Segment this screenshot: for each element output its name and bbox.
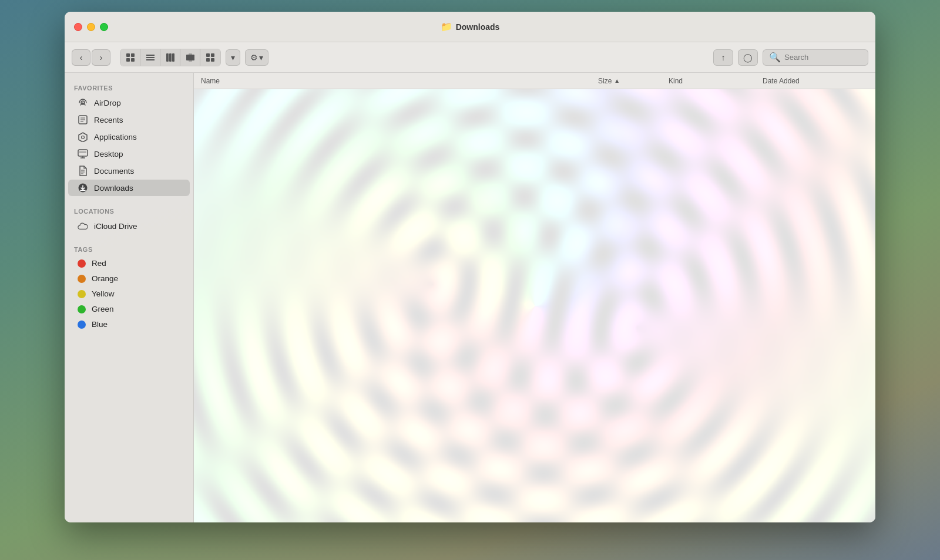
downloads-icon bbox=[78, 183, 88, 193]
column-date-header[interactable]: Date Added bbox=[763, 77, 868, 85]
gallery-view-button[interactable] bbox=[200, 49, 220, 66]
svg-rect-13 bbox=[211, 53, 214, 57]
svg-rect-15 bbox=[211, 58, 214, 62]
sidebar-item-tag-orange-label: Orange bbox=[92, 274, 118, 283]
sidebar-item-airdrop-label: AirDrop bbox=[94, 99, 121, 107]
sidebar-item-downloads-label: Downloads bbox=[94, 184, 133, 193]
toolbar: ‹ › bbox=[65, 42, 875, 73]
share-button[interactable]: ↑ bbox=[713, 49, 733, 66]
svg-rect-5 bbox=[146, 57, 155, 58]
tag-yellow-dot bbox=[78, 290, 86, 298]
column-headers: Name Size ▲ Kind Date Added bbox=[194, 73, 875, 89]
desktop: 📁 Downloads ‹ › bbox=[0, 0, 940, 560]
column-view-button[interactable] bbox=[160, 49, 180, 66]
close-button[interactable] bbox=[74, 23, 82, 31]
svg-rect-7 bbox=[166, 53, 169, 62]
sidebar-item-tag-red-label: Red bbox=[92, 259, 106, 268]
title-folder-icon: 📁 bbox=[441, 21, 452, 32]
icon-view-button[interactable] bbox=[120, 49, 140, 66]
sidebar-item-documents[interactable]: Documents bbox=[68, 163, 190, 179]
search-bar[interactable]: 🔍 bbox=[763, 49, 868, 66]
svg-rect-8 bbox=[169, 53, 172, 62]
sidebar-item-recents-label: Recents bbox=[94, 116, 123, 124]
tag-red-dot bbox=[78, 259, 86, 268]
view-dropdown-button[interactable]: ▾ bbox=[226, 49, 240, 66]
sidebar-item-desktop-label: Desktop bbox=[94, 150, 123, 158]
column-name-header[interactable]: Name bbox=[201, 77, 598, 85]
sort-indicator: ▲ bbox=[614, 77, 620, 84]
svg-rect-4 bbox=[146, 55, 155, 56]
file-content[interactable] bbox=[194, 89, 875, 522]
sidebar-item-tag-yellow[interactable]: Yellow bbox=[68, 286, 190, 301]
sidebar-item-icloud[interactable]: iCloud Drive bbox=[68, 218, 190, 234]
svg-rect-2 bbox=[126, 58, 130, 62]
sidebar-item-recents[interactable]: Recents bbox=[68, 112, 190, 128]
sidebar: Favorites AirDrop bbox=[65, 73, 194, 522]
tag-green-dot bbox=[78, 305, 86, 313]
svg-rect-22 bbox=[78, 150, 88, 156]
search-icon: 🔍 bbox=[769, 52, 781, 63]
main-content: Favorites AirDrop bbox=[65, 73, 875, 522]
tag-button[interactable]: ◯ bbox=[738, 49, 758, 66]
title-text: Downloads bbox=[456, 22, 500, 32]
svg-rect-11 bbox=[189, 53, 192, 62]
svg-rect-3 bbox=[131, 58, 135, 62]
gear-button[interactable]: ⚙ ▾ bbox=[245, 49, 268, 66]
applications-icon bbox=[78, 131, 88, 142]
tags-section-title: Tags bbox=[65, 241, 193, 255]
title-bar: 📁 Downloads bbox=[65, 12, 875, 42]
gear-icon: ⚙ bbox=[250, 53, 258, 62]
tag-blue-dot bbox=[78, 321, 86, 329]
recents-icon bbox=[78, 114, 88, 125]
sidebar-item-tag-green[interactable]: Green bbox=[68, 302, 190, 316]
airdrop-icon bbox=[78, 97, 88, 108]
view-buttons bbox=[120, 49, 221, 66]
sidebar-item-applications-label: Applications bbox=[94, 133, 137, 141]
sidebar-item-documents-label: Documents bbox=[94, 167, 134, 176]
sidebar-item-tag-green-label: Green bbox=[92, 305, 114, 313]
svg-rect-14 bbox=[206, 58, 210, 62]
dropdown-arrow-icon: ▾ bbox=[231, 53, 235, 62]
sidebar-item-desktop[interactable]: Desktop bbox=[68, 146, 190, 162]
file-area: Name Size ▲ Kind Date Added bbox=[194, 73, 875, 522]
search-input[interactable] bbox=[784, 53, 867, 62]
list-view-button[interactable] bbox=[140, 49, 160, 66]
sidebar-item-tag-blue-label: Blue bbox=[92, 320, 108, 329]
desktop-icon bbox=[78, 149, 88, 159]
documents-icon bbox=[78, 166, 88, 176]
icloud-icon bbox=[78, 221, 88, 231]
sidebar-item-tag-blue[interactable]: Blue bbox=[68, 317, 190, 332]
finder-window: 📁 Downloads ‹ › bbox=[65, 12, 875, 522]
minimize-button[interactable] bbox=[87, 23, 95, 31]
favorites-section-title: Favorites bbox=[65, 80, 193, 94]
tag-orange-dot bbox=[78, 275, 86, 283]
svg-rect-12 bbox=[206, 53, 210, 57]
share-icon: ↑ bbox=[721, 53, 726, 62]
traffic-lights bbox=[74, 23, 108, 31]
svg-rect-9 bbox=[172, 53, 174, 62]
cover-view-button[interactable] bbox=[180, 49, 200, 66]
window-title: 📁 Downloads bbox=[441, 21, 500, 32]
column-kind-header[interactable]: Kind bbox=[669, 77, 763, 85]
back-button[interactable]: ‹ bbox=[72, 49, 90, 66]
sidebar-item-tag-orange[interactable]: Orange bbox=[68, 271, 190, 286]
sidebar-item-airdrop[interactable]: AirDrop bbox=[68, 95, 190, 111]
svg-rect-1 bbox=[131, 53, 135, 57]
locations-section-title: Locations bbox=[65, 203, 193, 217]
gear-dropdown-arrow: ▾ bbox=[259, 53, 263, 62]
sidebar-item-applications[interactable]: Applications bbox=[68, 129, 190, 145]
wave-background bbox=[194, 89, 875, 522]
forward-button[interactable]: › bbox=[92, 49, 110, 66]
sidebar-item-icloud-label: iCloud Drive bbox=[94, 222, 137, 231]
svg-rect-0 bbox=[126, 53, 130, 57]
sidebar-item-tag-red[interactable]: Red bbox=[68, 256, 190, 271]
column-size-header[interactable]: Size ▲ bbox=[598, 77, 669, 85]
sidebar-item-tag-yellow-label: Yellow bbox=[92, 289, 115, 298]
tag-icon: ◯ bbox=[743, 53, 753, 62]
svg-point-21 bbox=[82, 136, 85, 139]
svg-rect-6 bbox=[146, 59, 155, 60]
nav-buttons: ‹ › bbox=[72, 49, 110, 66]
maximize-button[interactable] bbox=[100, 23, 108, 31]
sidebar-item-downloads[interactable]: Downloads bbox=[68, 180, 190, 196]
